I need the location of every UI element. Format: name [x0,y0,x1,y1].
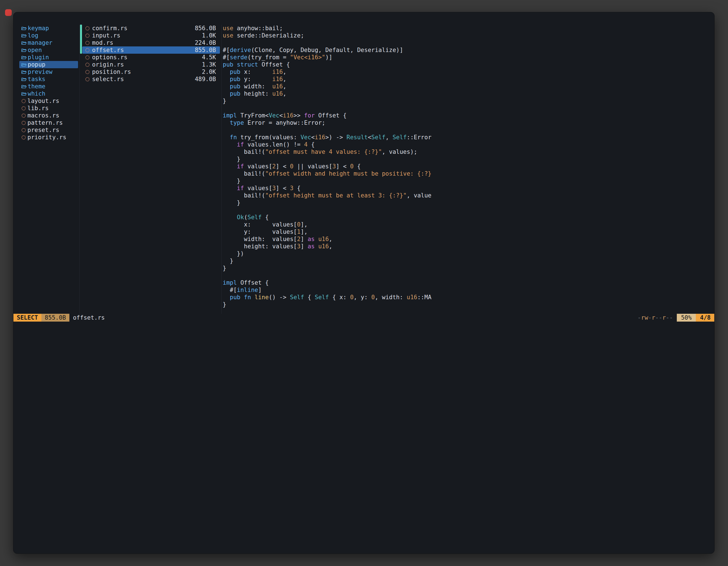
folder-icon [21,26,27,30]
file-row-confirm-rs[interactable]: confirm.rs 856.0B [82,25,220,32]
rust-file-icon [85,55,90,60]
sidebar-item-label: layout.rs [27,98,59,104]
code-line: #[serde(try_from = "Vec<i16>")] [223,54,715,61]
rust-file-icon [85,77,90,81]
sidebar-item-label: preset.rs [27,127,59,133]
file-size: 2.0K [202,69,216,75]
sidebar-item-pattern-rs[interactable]: pattern.rs [19,119,78,126]
rust-file-icon [22,114,26,118]
sidebar-item-layout-rs[interactable]: layout.rs [19,97,78,105]
code-line: } [223,199,715,206]
sidebar-item-label: open [28,47,42,53]
code-line: } [223,257,715,265]
rust-file-icon [85,70,90,74]
sidebar-item-label: pattern.rs [27,119,63,126]
file-row-input-rs[interactable]: input.rs 1.0K [82,32,220,39]
code-line: use serde::Deserialize; [223,32,715,39]
file-name: mod.rs [92,39,195,46]
code-line [223,39,715,46]
file-name: confirm.rs [92,25,195,32]
scroll-percent-badge: 50% [677,314,696,321]
code-line: }) [223,250,715,257]
red-indicator-icon [5,9,12,16]
desktop: { "palette": { "bg_desktop": "#3a3a3a", … [0,0,728,566]
folder-icon [21,84,27,89]
code-line: pub struct Offset { [223,61,715,68]
cursor-position-badge: 4/8 [696,314,715,321]
file-row-mod-rs[interactable]: mod.rs 224.0B [82,39,220,46]
file-row-options-rs[interactable]: options.rs 4.5K [82,54,220,61]
pane-separator [79,25,80,314]
sidebar-item-label: preview [28,69,53,75]
code-line: pub y: i16, [223,76,715,83]
rust-file-icon [22,121,26,125]
sidebar-item-lib-rs[interactable]: lib.rs [19,105,78,112]
sidebar-item-label: log [28,32,38,39]
sidebar-item-popup[interactable]: popup [19,61,78,68]
file-size-badge: 855.0B [41,314,69,321]
code-line: } [223,301,715,308]
preview-pane: use anyhow::bail;use serde::Deserialize;… [223,25,715,314]
sidebar-item-keymap[interactable]: keymap [19,25,78,32]
code-line: impl Offset { [223,279,715,286]
code-line: } [223,265,715,272]
sidebar-item-label: theme [28,83,45,90]
sidebar-item-label: tasks [28,76,45,83]
sidebar-item-log[interactable]: log [19,32,78,39]
file-size: 856.0B [195,25,216,32]
file-row-origin-rs[interactable]: origin.rs 1.3K [82,61,220,68]
file-size: 1.0K [202,32,216,39]
code-line: bail!("offset must have 4 values: {:?}",… [223,148,715,156]
rust-file-icon [22,135,26,140]
marked-files-bar [80,25,82,54]
sidebar-item-macros-rs[interactable]: macros.rs [19,112,78,119]
file-name: position.rs [92,69,202,75]
file-size: 224.0B [195,39,216,46]
sidebar-item-plugin[interactable]: plugin [19,54,78,61]
code-line: #[derive(Clone, Copy, Debug, Default, De… [223,46,715,54]
pane-separator [221,25,222,314]
code-line [223,126,715,134]
rust-file-icon [22,99,26,103]
sidebar-item-theme[interactable]: theme [19,83,78,90]
code-line: } [223,97,715,105]
sidebar-item-open[interactable]: open [19,46,78,54]
folder-icon [21,48,27,52]
permissions-text: -rw-r--r-- [638,314,673,321]
code-line: y: values[1], [223,228,715,236]
sidebar-item-tasks[interactable]: tasks [19,76,78,83]
file-row-offset-rs[interactable]: offset.rs 855.0B [82,46,220,54]
folder-icon [21,33,27,38]
code-line: fn try_from(values: Vec<i16>) -> Result<… [223,134,715,141]
parent-pane: keymap log manager open [19,25,78,141]
sidebar-item-preset-rs[interactable]: preset.rs [19,126,78,134]
file-size: 855.0B [195,47,216,53]
file-size: 489.0B [195,76,216,83]
sidebar-item-label: lib.rs [27,105,49,112]
folder-icon [21,77,27,81]
sidebar-item-label: which [28,90,45,97]
sidebar-item-manager[interactable]: manager [19,39,78,46]
rust-file-icon [85,34,90,38]
file-row-select-rs[interactable]: select.rs 489.0B [82,76,220,83]
mode-badge: SELECT [13,314,41,321]
sidebar-item-preview[interactable]: preview [19,68,78,76]
rust-file-icon [85,63,90,67]
code-line: bail!("offset width and height must be p… [223,170,715,177]
folder-icon [21,91,27,96]
file-name: select.rs [92,76,195,83]
code-line: x: values[0], [223,221,715,228]
file-size: 1.3K [202,61,216,68]
code-line: if values[3] < 3 { [223,185,715,192]
sidebar-item-priority-rs[interactable]: priority.rs [19,134,78,141]
code-line: width: values[2] as u16, [223,236,715,243]
file-size: 4.5K [202,54,216,61]
rust-file-icon [85,26,90,30]
code-line: pub x: i16, [223,68,715,76]
file-row-position-rs[interactable]: position.rs 2.0K [82,68,220,76]
sidebar-item-label: plugin [28,54,49,61]
code-line: if values.len() != 4 { [223,141,715,148]
sidebar-item-which[interactable]: which [19,90,78,97]
code-line [223,206,715,214]
code-line: pub width: u16, [223,83,715,90]
